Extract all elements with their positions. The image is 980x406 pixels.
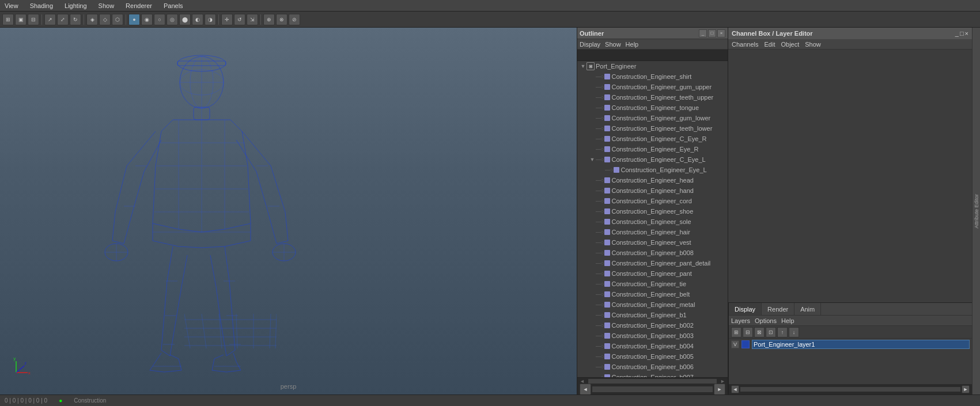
outliner-item-28[interactable]: —○ Construction_Engineer_b006: [577, 362, 728, 372]
outliner-root-item[interactable]: ▼ ⊞ Port_Engineer: [577, 61, 728, 71]
root-expand-icon[interactable]: ▼: [580, 63, 587, 70]
outliner-item-0[interactable]: —○ Construction_Engineer_shirt: [577, 71, 728, 82]
outliner-maximize-btn[interactable]: □: [708, 29, 716, 37]
outliner-item-4[interactable]: —○ Construction_Engineer_gum_lower: [577, 113, 728, 123]
cb-close-btn[interactable]: ×: [965, 30, 968, 37]
toolbar-btn-scale[interactable]: ⇲: [247, 14, 258, 25]
layer-nav-prev[interactable]: ◄: [731, 385, 739, 393]
toolbar-btn-7[interactable]: ◈: [86, 14, 98, 25]
cb-minimize-btn[interactable]: _: [955, 30, 959, 37]
toolbar-btn-3[interactable]: ⊟: [28, 14, 39, 25]
toolbar-btn-16[interactable]: ◑: [205, 14, 216, 25]
menu-lighting[interactable]: Lighting: [62, 2, 89, 9]
outliner-item-29[interactable]: —○ Construction_Engineer_b007: [577, 372, 728, 377]
outliner-item-15[interactable]: —○ Construction_Engineer_hair: [577, 227, 728, 237]
toolbar-btn-10[interactable]: ●: [128, 14, 140, 25]
layer-tab-display[interactable]: Display: [729, 303, 762, 315]
outliner-search-input[interactable]: [580, 52, 725, 58]
outliner-item-20[interactable]: —○ Construction_Engineer_tie: [577, 279, 728, 289]
outliner-item-26[interactable]: —○ Construction_Engineer_b004: [577, 341, 728, 351]
svg-text:z: z: [24, 361, 27, 366]
toolbar-btn-2[interactable]: ▣: [15, 14, 27, 25]
outliner-item-1[interactable]: —○ Construction_Engineer_gum_upper: [577, 82, 728, 92]
cb-menu-channels[interactable]: Channels: [732, 41, 758, 48]
outliner-item-22[interactable]: —○ Construction_Engineer_metal: [577, 299, 728, 310]
outliner-hscroll[interactable]: ◄ ►: [577, 377, 728, 384]
layer-item-1[interactable]: V: [729, 339, 972, 350]
outliner-item-19[interactable]: —○ Construction_Engineer_pant: [577, 268, 728, 279]
outliner-item-10[interactable]: —○ Construction_Engineer_head: [577, 175, 728, 185]
outliner-item-5[interactable]: —○ Construction_Engineer_teeth_lower: [577, 123, 728, 134]
outliner-menu-show[interactable]: Show: [605, 41, 621, 48]
toolbar-btn-4[interactable]: ↗: [44, 14, 56, 25]
outliner-item-11[interactable]: —○ Construction_Engineer_hand: [577, 185, 728, 196]
menu-show[interactable]: Show: [96, 2, 117, 9]
viewport[interactable]: .wire { fill: none; stroke: #2244cc; str…: [0, 28, 577, 394]
outliner-item-25[interactable]: —○ Construction_Engineer_b003: [577, 331, 728, 341]
outliner-item-12[interactable]: —○ Construction_Engineer_cord: [577, 196, 728, 206]
layer-tool-2[interactable]: ⊟: [743, 327, 753, 337]
menu-renderer[interactable]: Renderer: [123, 2, 154, 9]
outliner-content[interactable]: ▼ ⊞ Port_Engineer —○ Construction_Engine…: [577, 61, 728, 377]
toolbar-btn-6[interactable]: ↻: [70, 14, 81, 25]
toolbar-btn-snap2[interactable]: ⊗: [276, 14, 287, 25]
cb-menu-show[interactable]: Show: [805, 41, 821, 48]
layer-tool-1[interactable]: ⊞: [731, 327, 741, 337]
layer-menu-options[interactable]: Options: [755, 317, 777, 324]
outliner-minimize-btn[interactable]: _: [699, 29, 707, 37]
layer-menu-layers[interactable]: Layers: [731, 317, 750, 324]
menu-view[interactable]: View: [2, 2, 21, 9]
outliner-item-18[interactable]: —○ Construction_Engineer_pant_detail: [577, 258, 728, 268]
toolbar-btn-13[interactable]: ◎: [167, 14, 178, 25]
outliner-item-27[interactable]: —○ Construction_Engineer_b005: [577, 351, 728, 362]
outliner-item-9[interactable]: —○ Construction_Engineer_Eye_L: [577, 165, 728, 175]
layer-tab-render[interactable]: Render: [762, 303, 794, 315]
outliner-item-16[interactable]: —○ Construction_Engineer_vest: [577, 237, 728, 248]
toolbar-btn-5[interactable]: ⤢: [57, 14, 69, 25]
attribute-editor-strip[interactable]: Attribute Editor: [972, 28, 980, 394]
outliner-item-14[interactable]: —○ Construction_Engineer_sole: [577, 217, 728, 227]
outliner-item-3[interactable]: —○ Construction_Engineer_tongue: [577, 103, 728, 113]
layer-menu-help[interactable]: Help: [781, 317, 794, 324]
layer-tool-6[interactable]: ↓: [789, 327, 799, 337]
line-connector-6: —○: [596, 136, 604, 142]
cb-menu-edit[interactable]: Edit: [764, 41, 775, 48]
outliner-close-btn[interactable]: ×: [717, 29, 725, 37]
line-connector-19: —○: [596, 271, 604, 276]
toolbar-btn-15[interactable]: ◐: [192, 14, 203, 25]
outliner-nav-prev[interactable]: ◄: [580, 384, 591, 394]
layer-nav-next[interactable]: ►: [962, 385, 970, 393]
layer-tool-4[interactable]: ⊡: [766, 327, 776, 337]
toolbar-btn-14[interactable]: ⬤: [179, 14, 191, 25]
toolbar-btn-move[interactable]: ✛: [221, 14, 233, 25]
layer-vis-box[interactable]: V: [731, 340, 739, 348]
cb-menu-object[interactable]: Object: [781, 41, 799, 48]
outliner-menu-help[interactable]: Help: [626, 41, 639, 48]
menu-shading[interactable]: Shading: [28, 2, 55, 9]
toolbar-btn-snap3[interactable]: ⊘: [289, 14, 300, 25]
outliner-item-24[interactable]: —○ Construction_Engineer_b002: [577, 320, 728, 331]
toolbar-btn-1[interactable]: ⊞: [2, 14, 14, 25]
outliner-item-17[interactable]: —○ Construction_Engineer_b008: [577, 248, 728, 258]
toolbar-btn-snap[interactable]: ⊕: [263, 14, 275, 25]
toolbar-btn-9[interactable]: ⬡: [112, 14, 123, 25]
outliner-item-2[interactable]: —○ Construction_Engineer_teeth_upper: [577, 92, 728, 103]
outliner-item-13[interactable]: —○ Construction_Engineer_shoe: [577, 206, 728, 217]
outliner-menu-display[interactable]: Display: [580, 41, 600, 48]
layer-name-input[interactable]: [752, 340, 970, 349]
layer-tool-3[interactable]: ⊠: [754, 327, 765, 337]
toolbar-btn-12[interactable]: ○: [154, 14, 165, 25]
toolbar-btn-8[interactable]: ◇: [99, 14, 111, 25]
outliner-item-8[interactable]: ▼—○ Construction_Engineer_C_Eye_L: [577, 154, 728, 165]
outliner-item-23[interactable]: —○ Construction_Engineer_b1: [577, 310, 728, 320]
outliner-nav-next[interactable]: ►: [714, 384, 725, 394]
cb-maximize-btn[interactable]: □: [960, 30, 964, 37]
menu-panels[interactable]: Panels: [161, 2, 186, 9]
toolbar-btn-11[interactable]: ◉: [141, 14, 153, 25]
layer-tool-5[interactable]: ↑: [777, 327, 788, 337]
layer-tab-anim[interactable]: Anim: [794, 303, 821, 315]
outliner-item-6[interactable]: —○ Construction_Engineer_C_Eye_R: [577, 134, 728, 144]
toolbar-btn-rotate[interactable]: ↺: [234, 14, 245, 25]
outliner-item-21[interactable]: —○ Construction_Engineer_belt: [577, 289, 728, 299]
outliner-item-7[interactable]: —○ Construction_Engineer_Eye_R: [577, 144, 728, 154]
